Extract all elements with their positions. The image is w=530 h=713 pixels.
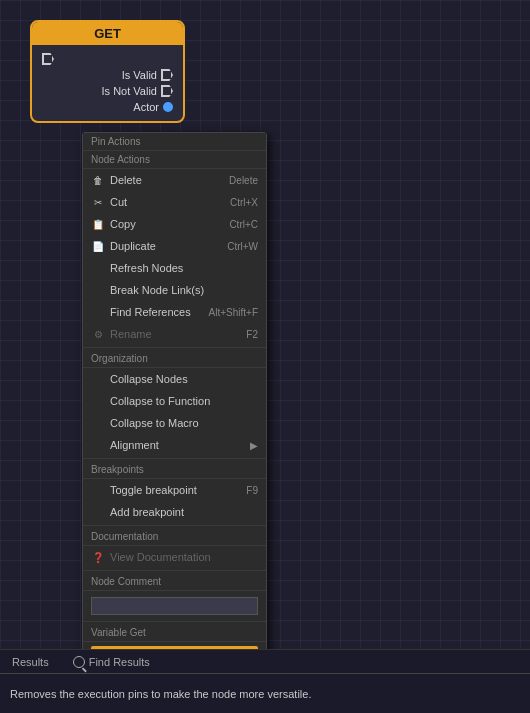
section-header-organization: Organization bbox=[83, 350, 266, 368]
section-header-documentation: Documentation bbox=[83, 528, 266, 546]
cut-icon: ✂ bbox=[91, 195, 105, 209]
node-row-is-not-valid: Is Not Valid bbox=[38, 83, 177, 99]
menu-item-cut[interactable]: ✂ Cut Ctrl+X bbox=[83, 191, 266, 213]
collapse-to-function-label: Collapse to Function bbox=[110, 395, 210, 407]
menu-item-break-left: Break Node Link(s) bbox=[91, 283, 204, 297]
is-valid-pin bbox=[161, 69, 173, 81]
toggle-bp-icon bbox=[91, 483, 105, 497]
menu-item-find-references[interactable]: Find References Alt+Shift+F bbox=[83, 301, 266, 323]
node-body: Is Valid Is Not Valid Actor bbox=[32, 45, 183, 121]
toggle-breakpoint-label: Toggle breakpoint bbox=[110, 484, 197, 496]
is-not-valid-label: Is Not Valid bbox=[102, 85, 157, 97]
bottom-bar: Results Find Results bbox=[0, 649, 530, 673]
results-label: Results bbox=[12, 656, 49, 668]
menu-item-toggle-bp-left: Toggle breakpoint bbox=[91, 483, 197, 497]
duplicate-icon: 📄 bbox=[91, 239, 105, 253]
alignment-submenu-arrow: ▶ bbox=[250, 440, 258, 451]
menu-item-alignment-left: Alignment bbox=[91, 438, 159, 452]
break-node-link-label: Break Node Link(s) bbox=[110, 284, 204, 296]
delete-label: Delete bbox=[110, 174, 142, 186]
view-docs-icon: ❓ bbox=[91, 550, 105, 564]
menu-item-delete[interactable]: 🗑 Delete Delete bbox=[83, 169, 266, 191]
refresh-nodes-label: Refresh Nodes bbox=[110, 262, 183, 274]
menu-item-alignment[interactable]: Alignment ▶ bbox=[83, 434, 266, 456]
node-comment-input[interactable] bbox=[91, 597, 258, 615]
break-icon bbox=[91, 283, 105, 297]
get-node: GET Is Valid Is Not Valid Actor bbox=[30, 20, 185, 123]
is-valid-label: Is Valid bbox=[122, 69, 157, 81]
delete-shortcut: Delete bbox=[229, 175, 258, 186]
toggle-breakpoint-shortcut: F9 bbox=[246, 485, 258, 496]
find-icon bbox=[91, 305, 105, 319]
menu-item-copy-left: 📋 Copy bbox=[91, 217, 136, 231]
menu-item-toggle-breakpoint[interactable]: Toggle breakpoint F9 bbox=[83, 479, 266, 501]
alignment-label: Alignment bbox=[110, 439, 159, 451]
divider-3 bbox=[83, 525, 266, 526]
section-header-breakpoints: Breakpoints bbox=[83, 461, 266, 479]
collapse-fn-icon bbox=[91, 394, 105, 408]
find-results-tab[interactable]: Find Results bbox=[61, 653, 162, 671]
menu-item-find-left: Find References bbox=[91, 305, 191, 319]
menu-item-add-bp-left: Add breakpoint bbox=[91, 505, 184, 519]
menu-item-collapse-fn-left: Collapse to Function bbox=[91, 394, 210, 408]
copy-icon: 📋 bbox=[91, 217, 105, 231]
context-menu: Pin Actions Node Actions 🗑 Delete Delete… bbox=[82, 132, 267, 673]
cut-label: Cut bbox=[110, 196, 127, 208]
menu-item-rename: ⚙ Rename F2 bbox=[83, 323, 266, 345]
menu-item-collapse-macro-left: Collapse to Macro bbox=[91, 416, 199, 430]
refresh-icon bbox=[91, 261, 105, 275]
duplicate-shortcut: Ctrl+W bbox=[227, 241, 258, 252]
tooltip-text: Removes the execution pins to make the n… bbox=[0, 684, 321, 704]
menu-item-view-docs-left: ❓ View Documentation bbox=[91, 550, 211, 564]
node-exec-input bbox=[38, 51, 177, 67]
collapse-nodes-label: Collapse Nodes bbox=[110, 373, 188, 385]
find-references-shortcut: Alt+Shift+F bbox=[209, 307, 258, 318]
node-row-is-valid: Is Valid bbox=[38, 67, 177, 83]
cut-shortcut: Ctrl+X bbox=[230, 197, 258, 208]
exec-input-pin bbox=[42, 53, 54, 65]
section-header-pin-actions: Pin Actions bbox=[83, 133, 266, 151]
add-breakpoint-label: Add breakpoint bbox=[110, 506, 184, 518]
find-references-label: Find References bbox=[110, 306, 191, 318]
menu-item-refresh-left: Refresh Nodes bbox=[91, 261, 183, 275]
divider-1 bbox=[83, 347, 266, 348]
menu-item-add-breakpoint[interactable]: Add breakpoint bbox=[83, 501, 266, 523]
section-header-variable-get: Variable Get bbox=[83, 624, 266, 642]
section-header-node-actions: Node Actions bbox=[83, 151, 266, 169]
copy-shortcut: Ctrl+C bbox=[229, 219, 258, 230]
collapse-nodes-icon bbox=[91, 372, 105, 386]
copy-label: Copy bbox=[110, 218, 136, 230]
node-row-actor: Actor bbox=[38, 99, 177, 115]
rename-label: Rename bbox=[110, 328, 152, 340]
menu-item-collapse-to-function[interactable]: Collapse to Function bbox=[83, 390, 266, 412]
alignment-icon bbox=[91, 438, 105, 452]
menu-item-delete-left: 🗑 Delete bbox=[91, 173, 142, 187]
rename-shortcut: F2 bbox=[246, 329, 258, 340]
section-header-node-comment: Node Comment bbox=[83, 573, 266, 591]
menu-item-refresh-nodes[interactable]: Refresh Nodes bbox=[83, 257, 266, 279]
is-not-valid-pin bbox=[161, 85, 173, 97]
collapse-macro-icon bbox=[91, 416, 105, 430]
divider-2 bbox=[83, 458, 266, 459]
actor-pin bbox=[163, 102, 173, 112]
node-title: GET bbox=[32, 22, 183, 45]
menu-item-cut-left: ✂ Cut bbox=[91, 195, 127, 209]
menu-item-view-docs: ❓ View Documentation bbox=[83, 546, 266, 568]
divider-5 bbox=[83, 621, 266, 622]
find-results-label: Find Results bbox=[89, 656, 150, 668]
view-documentation-label: View Documentation bbox=[110, 551, 211, 563]
menu-item-copy[interactable]: 📋 Copy Ctrl+C bbox=[83, 213, 266, 235]
delete-icon: 🗑 bbox=[91, 173, 105, 187]
menu-item-duplicate-left: 📄 Duplicate bbox=[91, 239, 156, 253]
rename-icon: ⚙ bbox=[91, 327, 105, 341]
menu-item-collapse-to-macro[interactable]: Collapse to Macro bbox=[83, 412, 266, 434]
node-comment-container bbox=[83, 591, 266, 619]
menu-item-duplicate[interactable]: 📄 Duplicate Ctrl+W bbox=[83, 235, 266, 257]
results-tab[interactable]: Results bbox=[0, 653, 61, 671]
add-bp-icon bbox=[91, 505, 105, 519]
menu-item-collapse-nodes[interactable]: Collapse Nodes bbox=[83, 368, 266, 390]
duplicate-label: Duplicate bbox=[110, 240, 156, 252]
divider-4 bbox=[83, 570, 266, 571]
menu-item-break-node-link[interactable]: Break Node Link(s) bbox=[83, 279, 266, 301]
tooltip-bar: Removes the execution pins to make the n… bbox=[0, 673, 530, 713]
